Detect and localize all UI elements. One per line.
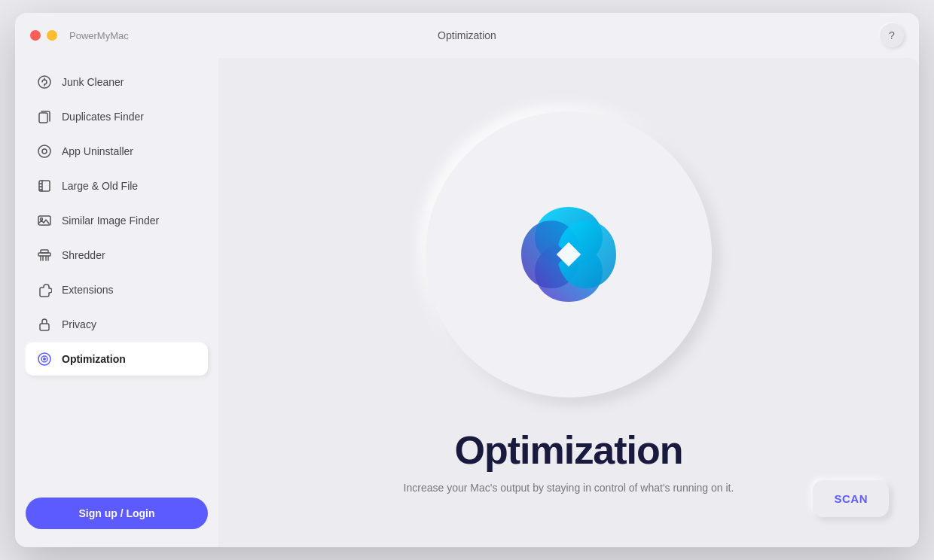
optimization-icon — [36, 351, 53, 367]
optimization-logo — [501, 187, 636, 322]
content-title: Optimization — [455, 428, 683, 473]
sidebar-item-large-old-file[interactable]: Large & Old File — [26, 169, 208, 202]
minimize-button[interactable] — [47, 30, 57, 41]
app-uninstaller-label: App Uninstaller — [62, 145, 133, 157]
sidebar-item-junk-cleaner[interactable]: Junk Cleaner — [26, 65, 208, 99]
traffic-lights — [30, 30, 57, 41]
sidebar-item-app-uninstaller[interactable]: App Uninstaller — [26, 135, 208, 168]
app-name: PowerMyMac — [69, 30, 129, 41]
sidebar-item-privacy[interactable]: Privacy — [26, 308, 208, 341]
junk-cleaner-icon — [36, 74, 53, 90]
large-old-file-label: Large & Old File — [62, 180, 138, 192]
content-area: Optimization Increase your Mac's output … — [218, 58, 919, 547]
svg-rect-1 — [39, 113, 47, 123]
extensions-icon — [36, 282, 53, 298]
shredder-icon — [36, 247, 53, 263]
scan-button[interactable]: SCAN — [813, 480, 889, 517]
app-uninstaller-icon — [36, 143, 53, 160]
sidebar-item-shredder[interactable]: Shredder — [26, 239, 208, 272]
junk-cleaner-label: Junk Cleaner — [62, 76, 124, 88]
svg-rect-8 — [41, 250, 48, 253]
svg-point-6 — [41, 218, 43, 221]
privacy-icon — [36, 316, 53, 333]
sidebar-item-similar-image-finder[interactable]: Similar Image Finder — [26, 204, 208, 237]
extensions-label: Extensions — [62, 284, 113, 296]
sidebar-item-duplicates-finder[interactable]: Duplicates Finder — [26, 100, 208, 133]
svg-point-2 — [38, 145, 50, 157]
title-bar: PowerMyMac Optimization ? — [15, 13, 919, 58]
shredder-label: Shredder — [62, 249, 105, 261]
similar-image-finder-label: Similar Image Finder — [62, 215, 159, 227]
sign-in-button[interactable]: Sign up / Login — [26, 498, 208, 529]
content-subtitle: Increase your Mac's output by staying in… — [404, 482, 734, 494]
optimization-label: Optimization — [62, 353, 126, 365]
sidebar-item-extensions[interactable]: Extensions — [26, 273, 208, 306]
logo-circle — [426, 111, 712, 397]
sidebar: Junk Cleaner Duplicates Finder — [15, 58, 218, 547]
duplicates-finder-label: Duplicates Finder — [62, 111, 144, 123]
privacy-label: Privacy — [62, 318, 96, 330]
sidebar-item-optimization[interactable]: Optimization — [26, 342, 208, 376]
close-button[interactable] — [30, 30, 41, 41]
similar-image-finder-icon — [36, 212, 53, 229]
main-content: Junk Cleaner Duplicates Finder — [15, 58, 919, 547]
svg-point-3 — [42, 149, 47, 154]
svg-rect-9 — [40, 324, 49, 330]
window-title: Optimization — [438, 29, 496, 41]
duplicates-finder-icon — [36, 108, 53, 125]
large-old-file-icon — [36, 178, 53, 194]
app-window: PowerMyMac Optimization ? Junk Cleaner — [15, 13, 919, 547]
help-button[interactable]: ? — [880, 23, 904, 47]
